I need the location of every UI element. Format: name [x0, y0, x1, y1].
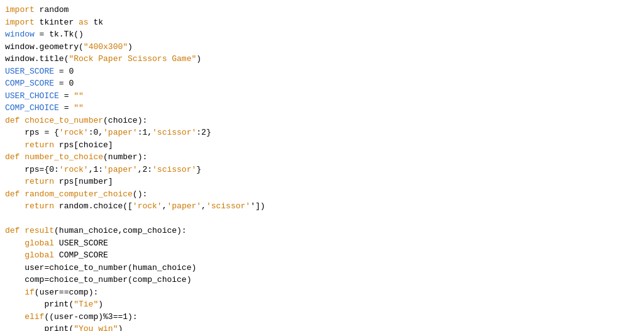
code-line: rps={0:'rock',1:'paper',2:'scissor'} [0, 164, 644, 176]
code-line: COMP_CHOICE = "" [0, 102, 644, 115]
code-line: user=choice_to_number(human_choice) [0, 262, 644, 274]
code-line: print("You win") [0, 323, 644, 331]
code-line: elif((user-comp)%3==1): [0, 311, 644, 323]
code-line: def number_to_choice(number): [0, 151, 644, 164]
code-line: comp=choice_to_number(comp_choice) [0, 274, 644, 286]
code-line: COMP_SCORE = 0 [0, 77, 644, 90]
code-line: window.title("Rock Paper Scissors Game") [0, 53, 644, 65]
code-line: window.geometry("400x300") [0, 41, 644, 53]
code-line: print("Tie") [0, 298, 644, 311]
code-line: return rps[number] [0, 176, 644, 188]
code-line: window = tk.Tk() [0, 28, 644, 41]
code-line: global COMP_SCORE [0, 249, 644, 262]
code-line [0, 213, 644, 225]
code-line: return random.choice(['rock','paper','sc… [0, 200, 644, 213]
code-line: rps = {'rock':0,'paper':1,'scissor':2} [0, 126, 644, 139]
code-line: USER_SCORE = 0 [0, 65, 644, 78]
code-line: import random [0, 4, 644, 16]
code-line: if(user==comp): [0, 286, 644, 299]
code-line: return rps[choice] [0, 139, 644, 152]
code-line: global USER_SCORE [0, 237, 644, 250]
code-line: def result(human_choice,comp_choice): [0, 225, 644, 237]
code-line: def random_computer_choice(): [0, 188, 644, 201]
code-line: USER_CHOICE = "" [0, 90, 644, 103]
code-line: def choice_to_number(choice): [0, 115, 644, 127]
code-editor: import randomimport tkinter as tkwindow … [0, 0, 644, 331]
code-line: import tkinter as tk [0, 16, 644, 29]
